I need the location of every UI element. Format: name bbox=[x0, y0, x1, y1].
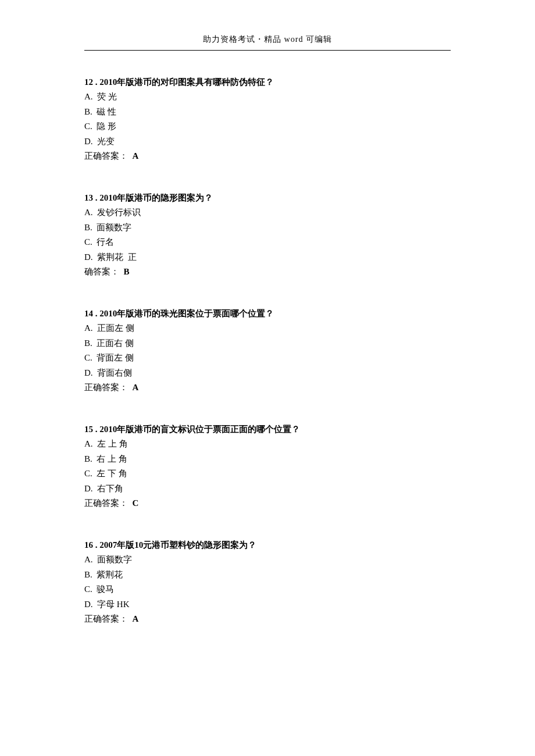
answer-value: A bbox=[133, 614, 139, 623]
question-number: 15 . bbox=[84, 425, 98, 434]
question-line: 12 . 2010年版港币的对印图案具有哪种防伪特征？ bbox=[84, 75, 451, 90]
header-separator: ・ bbox=[255, 35, 264, 44]
question-text: 2010年版港币的隐形图案为？ bbox=[98, 193, 213, 202]
answer-value: A bbox=[133, 383, 139, 392]
header-prefix: 助力资格考试 bbox=[203, 35, 255, 44]
document-page: 助力资格考试・精品 word 可编辑 12 . 2010年版港币的对印图案具有哪… bbox=[0, 0, 535, 756]
answer-value: A bbox=[133, 151, 139, 161]
option-b: B. 正面右 侧 bbox=[84, 336, 451, 351]
answer-label: 正确答案： bbox=[84, 151, 133, 161]
answer-label: 确答案： bbox=[84, 267, 124, 276]
question-number: 13 . bbox=[84, 193, 98, 202]
question-line: 13 . 2010年版港币的隐形图案为？ bbox=[84, 191, 451, 206]
question-number: 16 . bbox=[84, 540, 98, 550]
option-a: A. 左 上 角 bbox=[84, 437, 451, 452]
answer-line: 正确答案： A bbox=[84, 149, 451, 164]
question-block: 15 . 2010年版港币的盲文标识位于票面正面的哪个位置？ A. 左 上 角 … bbox=[84, 422, 451, 511]
question-line: 14 . 2010年版港币的珠光图案位于票面哪个位置？ bbox=[84, 306, 451, 322]
question-number: 12 . bbox=[84, 77, 98, 87]
answer-value: B bbox=[124, 267, 130, 276]
option-d: D. 紫荆花 正 bbox=[84, 250, 451, 265]
question-text: 2010年版港币的对印图案具有哪种防伪特征？ bbox=[98, 77, 274, 87]
option-d: D. 光变 bbox=[84, 134, 451, 149]
option-a: A. 面额数字 bbox=[84, 552, 451, 568]
option-c: C. 隐 形 bbox=[84, 119, 451, 134]
option-a: A. 发钞行标识 bbox=[84, 205, 451, 220]
option-d: D. 字母 HK bbox=[84, 597, 451, 612]
option-b: B. 面额数字 bbox=[84, 220, 451, 236]
question-text: 2010年版港币的盲文标识位于票面正面的哪个位置？ bbox=[98, 425, 301, 434]
answer-line: 正确答案： C bbox=[84, 496, 451, 511]
question-block: 16 . 2007年版10元港币塑料钞的隐形图案为？ A. 面额数字 B. 紫荆… bbox=[84, 538, 451, 627]
option-c: C. 左 下 角 bbox=[84, 466, 451, 482]
question-text: 2007年版10元港币塑料钞的隐形图案为？ bbox=[98, 540, 257, 550]
header-word-label: word bbox=[281, 35, 306, 44]
question-number: 14 . bbox=[84, 309, 98, 318]
option-b: B. 紫荆花 bbox=[84, 568, 451, 583]
question-line: 16 . 2007年版10元港币塑料钞的隐形图案为？ bbox=[84, 538, 451, 553]
option-b: B. 右 上 角 bbox=[84, 452, 451, 467]
option-c: C. 背面左 侧 bbox=[84, 351, 451, 366]
option-c: C. 骏马 bbox=[84, 582, 451, 597]
answer-line: 确答案： B bbox=[84, 265, 451, 280]
option-a: A. 正面左 侧 bbox=[84, 321, 451, 336]
question-line: 15 . 2010年版港币的盲文标识位于票面正面的哪个位置？ bbox=[84, 422, 451, 437]
answer-label: 正确答案： bbox=[84, 614, 133, 623]
option-c: C. 行名 bbox=[84, 235, 451, 250]
question-text: 2010年版港币的珠光图案位于票面哪个位置？ bbox=[98, 309, 274, 318]
answer-line: 正确答案： A bbox=[84, 380, 451, 395]
question-block: 14 . 2010年版港币的珠光图案位于票面哪个位置？ A. 正面左 侧 B. … bbox=[84, 306, 451, 395]
answer-value: C bbox=[133, 498, 139, 508]
header-underline bbox=[84, 50, 451, 51]
question-block: 12 . 2010年版港币的对印图案具有哪种防伪特征？ A. 荧 光 B. 磁 … bbox=[84, 75, 451, 164]
option-b: B. 磁 性 bbox=[84, 105, 451, 120]
page-header: 助力资格考试・精品 word 可编辑 bbox=[84, 33, 451, 50]
option-d: D. 背面右侧 bbox=[84, 366, 451, 381]
answer-line: 正确答案： A bbox=[84, 612, 451, 627]
question-block: 13 . 2010年版港币的隐形图案为？ A. 发钞行标识 B. 面额数字 C.… bbox=[84, 191, 451, 280]
answer-label: 正确答案： bbox=[84, 498, 133, 508]
option-a: A. 荧 光 bbox=[84, 90, 451, 105]
header-suffix: 可编辑 bbox=[306, 35, 332, 44]
header-mid: 精品 bbox=[264, 35, 281, 44]
answer-label: 正确答案： bbox=[84, 383, 133, 392]
option-d: D. 右下角 bbox=[84, 482, 451, 497]
